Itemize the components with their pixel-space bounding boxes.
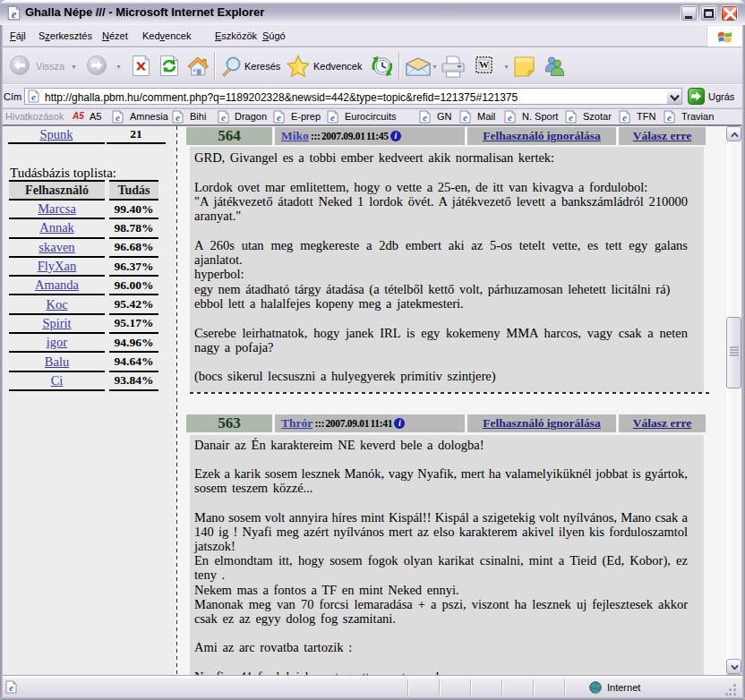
svg-text:e: e	[31, 91, 36, 102]
svg-text:e: e	[12, 8, 17, 21]
svg-text:W: W	[479, 59, 489, 70]
